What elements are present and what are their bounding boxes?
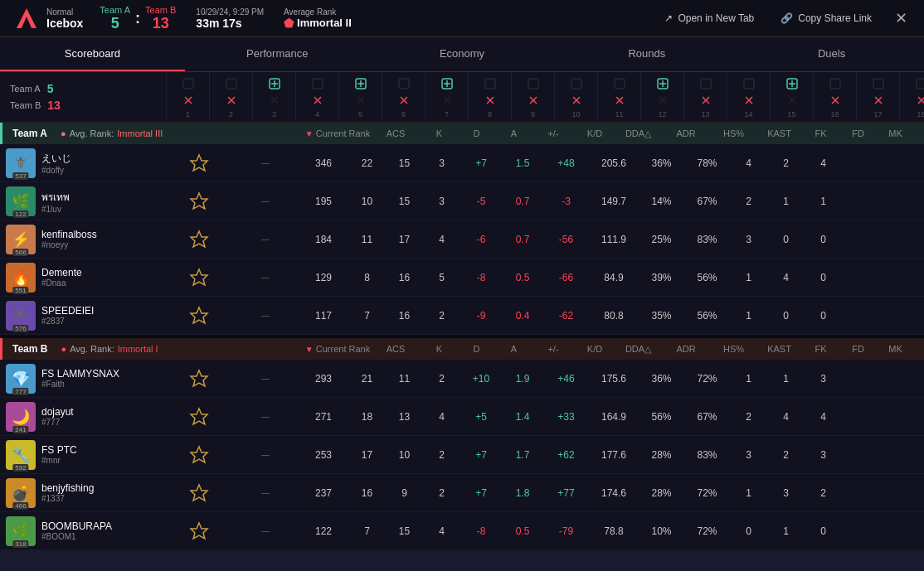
team-a-row-score: 5 — [47, 82, 54, 95]
svg-marker-70 — [191, 370, 207, 386]
stat-a: 3 — [423, 157, 460, 169]
stat-fd: 1 — [767, 196, 805, 207]
stat-d: 15 — [386, 525, 423, 537]
round-icon-b-15 — [785, 92, 799, 109]
stat-k: 18 — [348, 411, 386, 423]
round-icon-a-7 — [440, 75, 454, 92]
round-icon-b-8 — [484, 92, 497, 109]
stat-mk: 1 — [805, 196, 842, 207]
table-row[interactable]: 🌙 241 dojayut #777 — 271 18 13 4 +5 1.4 … — [0, 398, 924, 436]
copy-share-button[interactable]: 🔗 Copy Share Link — [774, 9, 878, 27]
svg-marker-69 — [191, 307, 207, 323]
player-info-col: kenfinalboss #noeyy — [41, 229, 166, 249]
stat-hs: 36% — [639, 373, 684, 385]
game-info: Normal Icebox — [46, 7, 83, 30]
stat-kast: 78% — [684, 157, 730, 169]
app-container: Normal Icebox Team A 5 : Team B 13 10/29… — [0, 0, 924, 550]
player-avatar-col: ⚡ 566 — [0, 225, 41, 254]
table-row[interactable]: 💣 466 benjyfishing #1337 — 237 16 9 2 +7… — [0, 474, 924, 512]
agent-icon: 🔧 — [12, 446, 30, 464]
player-avatar-col: 🌙 241 — [0, 402, 41, 432]
header-fk-b: FK — [802, 344, 839, 354]
tab-scoreboard[interactable]: Scoreboard — [0, 37, 185, 71]
stat-a: 5 — [423, 272, 460, 283]
stat-hs: 10% — [639, 525, 684, 537]
stat-hs: 28% — [639, 487, 684, 499]
stat-mk: 2 — [805, 487, 842, 499]
header-mk-b: MK — [877, 344, 914, 354]
table-row[interactable]: 🌿 122 พรเทพ #1luv — 195 10 15 3 -5 0.7 -… — [0, 182, 924, 220]
match-duration: 33m 17s — [196, 17, 264, 30]
game-mode: Normal — [46, 7, 83, 17]
header-fd-b: FD — [839, 344, 877, 354]
current-rank-label: — — [261, 235, 270, 244]
round-num-12: 12 — [658, 110, 666, 119]
stat-kd: 1.8 — [502, 487, 543, 499]
stat-d: 16 — [386, 310, 423, 322]
rank-badge — [189, 369, 209, 389]
stat-fk: 1 — [730, 487, 767, 499]
agent-icon: 🌙 — [12, 408, 30, 426]
stat-fd: 1 — [767, 373, 805, 385]
table-row[interactable]: 🔥 551 Demente #Dnaa — 129 8 16 5 -8 0.5 … — [0, 259, 924, 297]
stat-dda: -62 — [543, 310, 589, 322]
player-info-col: benjyfishing #1337 — [41, 482, 166, 503]
round-cell-13: 13 — [683, 72, 727, 122]
svg-marker-68 — [191, 269, 207, 285]
open-new-tab-button[interactable]: ↗ Open in New Tab — [658, 9, 761, 27]
round-num-17: 17 — [873, 110, 882, 119]
table-row[interactable]: ⚡ 566 kenfinalboss #noeyy — 184 11 17 4 … — [0, 220, 924, 259]
header-k: K — [421, 128, 458, 138]
round-icon-a-12 — [656, 75, 669, 92]
player-stats-row: 129 8 16 5 -8 0.5 -66 84.9 39% 56% 1 4 0 — [299, 272, 924, 283]
tab-economy[interactable]: Economy — [370, 37, 555, 71]
stat-kd: 1.5 — [502, 157, 543, 169]
team-a-row-label: Team A — [10, 84, 41, 94]
header-kd-b: K/D — [574, 344, 615, 354]
current-rank-label: — — [261, 488, 270, 497]
round-num-9: 9 — [531, 110, 535, 119]
rank-badge — [189, 445, 209, 465]
round-cell-11: 11 — [597, 72, 640, 122]
round-num-11: 11 — [615, 110, 623, 119]
table-row[interactable]: 👁 576 SPEEDEIEI #2837 — 117 7 16 2 -9 0.… — [0, 297, 924, 335]
stat-hs: 39% — [639, 272, 684, 283]
stat-adr: 174.6 — [589, 487, 639, 499]
tab-performance[interactable]: Performance — [185, 37, 370, 71]
stat-mk: 0 — [805, 272, 842, 283]
stat-k: 7 — [348, 310, 386, 322]
stat-hs: 56% — [639, 411, 684, 423]
stat-kast: 72% — [684, 373, 730, 385]
round-num-15: 15 — [787, 110, 795, 119]
score-section: Team A 5 : Team B 13 — [100, 5, 176, 32]
team-b-score: 13 — [153, 15, 169, 32]
tab-duels[interactable]: Duels — [739, 37, 924, 71]
round-icon-a-17 — [872, 75, 885, 92]
table-row[interactable]: 🔧 592 FS PTC #mnr — 253 17 10 2 +7 1.7 +… — [0, 436, 924, 474]
team-a-label: Team A — [100, 5, 130, 15]
stat-pm: +7 — [460, 157, 502, 169]
tab-rounds[interactable]: Rounds — [554, 37, 739, 71]
player-stats-row: 293 21 11 2 +10 1.9 +46 175.6 36% 72% 1 … — [299, 373, 924, 385]
svg-rect-28 — [485, 79, 495, 89]
stat-pm: +7 — [460, 487, 502, 499]
round-icon-a-1 — [182, 75, 195, 92]
round-num-18: 18 — [917, 110, 924, 119]
player-info-col: พรเทพ #1luv — [41, 189, 166, 214]
table-row[interactable]: 💎 777 FS LAMMYSNAX #Faith — 293 21 11 2 … — [0, 360, 924, 398]
team-b-row-label: Team B — [10, 100, 41, 110]
table-row[interactable]: 🗡 537 えいじ #doffy — 346 22 15 3 +7 1.5 +4… — [0, 144, 924, 182]
stat-kast: 72% — [684, 487, 730, 499]
round-num-10: 10 — [571, 110, 580, 119]
player-level: 318 — [12, 540, 28, 548]
stat-headers-b: ▼ Current Rank ACS K D A +/- K/D DDA△ AD… — [304, 344, 914, 355]
stat-acs: 117 — [299, 310, 348, 322]
stat-a: 4 — [423, 234, 460, 245]
agent-icon: ⚡ — [12, 230, 30, 249]
table-row[interactable]: 🌿 318 BOOMBURAPA #BOOM1 — 122 7 15 4 -8 … — [0, 512, 924, 550]
current-rank-col: — — [232, 196, 299, 206]
close-button[interactable]: ✕ — [892, 6, 911, 31]
stat-acs: 195 — [299, 196, 348, 207]
team-b-row-score: 13 — [47, 99, 61, 112]
player-avatar-col: 🔥 551 — [0, 263, 41, 293]
